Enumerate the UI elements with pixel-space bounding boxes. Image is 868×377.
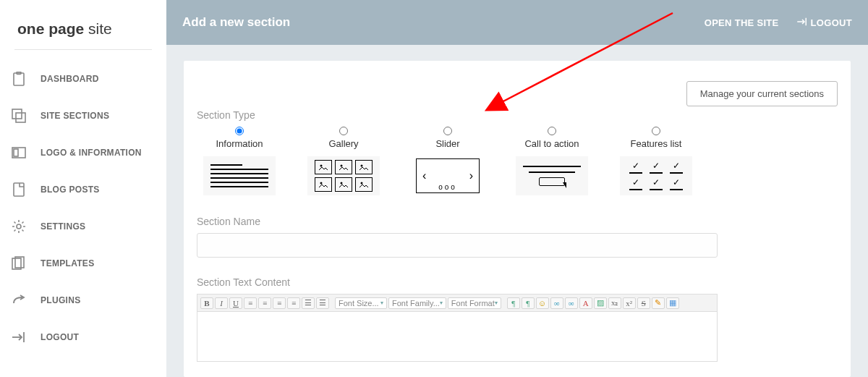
gear-icon: [10, 218, 27, 235]
type-visual-information: [203, 156, 276, 195]
svg-point-14: [341, 182, 343, 185]
align-center-button[interactable]: ≡: [258, 297, 271, 309]
nav-label: DASHBOARD: [41, 74, 99, 84]
nav-logout[interactable]: LOGOUT: [10, 318, 166, 355]
nav-blog[interactable]: BLOG POSTS: [10, 171, 166, 208]
list-ul-button[interactable]: ☰: [316, 297, 329, 309]
radio-features[interactable]: [652, 127, 660, 135]
align-left-button[interactable]: ≡: [244, 297, 257, 309]
font-format-select[interactable]: Font Format▾: [448, 297, 501, 309]
files-icon: [10, 255, 27, 272]
section-text-label: Section Text Content: [197, 274, 838, 294]
chevron-right-icon: ›: [469, 169, 473, 182]
type-option-slider[interactable]: Slider ‹› ooo: [405, 127, 490, 195]
nav-label: PLUGINS: [41, 295, 80, 305]
nav-label: BLOG POSTS: [41, 185, 100, 195]
svg-point-10: [320, 165, 323, 167]
nav-settings[interactable]: SETTINGS: [10, 208, 166, 245]
svg-point-13: [320, 182, 323, 185]
nav-label: LOGO & INFORMATION: [41, 148, 142, 158]
align-justify-button[interactable]: ≡: [287, 297, 300, 309]
brand-divider: [14, 49, 152, 50]
align-right-button[interactable]: ≡: [273, 297, 286, 309]
unlink-button[interactable]: ∞: [565, 297, 578, 309]
rectangle-icon: [10, 144, 27, 161]
section-name-input[interactable]: [197, 233, 718, 258]
svg-point-11: [341, 165, 343, 167]
nav-templates[interactable]: TEMPLATES: [10, 245, 166, 281]
sidebar: one page site DASHBOARD SITE SECTIONS LO…: [0, 0, 166, 377]
editor-textarea[interactable]: [197, 311, 718, 362]
chevron-left-icon: ‹: [422, 169, 426, 182]
type-label: Call to action: [509, 138, 595, 149]
nav-logo[interactable]: LOGO & INFORMATION: [10, 134, 166, 171]
type-visual-features: ✓ ✓ ✓ ✓ ✓ ✓: [620, 156, 692, 195]
brand-rest: site: [84, 20, 112, 37]
image-button[interactable]: ▨: [594, 297, 607, 309]
emoji-button[interactable]: ☺: [536, 297, 549, 309]
table-button[interactable]: ▦: [666, 297, 679, 309]
section-type-label: Section Type: [197, 106, 838, 127]
font-size-select[interactable]: Font Size...▾: [335, 297, 387, 309]
brand-title: one page site: [0, 0, 166, 49]
type-label: Information: [197, 138, 282, 149]
nav-site-sections[interactable]: SITE SECTIONS: [10, 97, 166, 134]
open-site-link[interactable]: OPEN THE SITE: [705, 17, 779, 28]
type-option-gallery[interactable]: Gallery: [301, 127, 386, 195]
radio-information[interactable]: [235, 127, 244, 135]
section-type-row: Information Gallery: [197, 127, 838, 195]
svg-rect-3: [16, 113, 25, 122]
sub-button[interactable]: x₂: [608, 297, 621, 309]
radio-slider[interactable]: [443, 127, 452, 135]
bold-button[interactable]: B: [200, 297, 213, 309]
type-label: Slider: [405, 138, 490, 149]
nav-label: SETTINGS: [41, 221, 85, 232]
radio-gallery[interactable]: [339, 127, 348, 135]
header-logout-label: LOGOUT: [811, 17, 852, 28]
sidebar-nav: DASHBOARD SITE SECTIONS LOGO & INFORMATI…: [0, 56, 166, 355]
brand-bold: one page: [17, 20, 84, 37]
nav-label: LOGOUT: [41, 332, 79, 342]
svg-point-7: [17, 224, 21, 229]
clipboard-icon: [10, 70, 27, 88]
indent-button[interactable]: ¶: [507, 297, 520, 309]
svg-rect-5: [14, 149, 18, 156]
type-visual-gallery: [307, 156, 380, 195]
nav-label: TEMPLATES: [41, 258, 94, 268]
svg-rect-2: [12, 109, 22, 119]
main-area: Manage your current sections Section Typ…: [166, 45, 868, 377]
document-icon: [10, 181, 27, 198]
color-button[interactable]: A: [579, 297, 592, 309]
form-card: Manage your current sections Section Typ…: [184, 61, 851, 377]
nav-plugins[interactable]: PLUGINS: [10, 281, 166, 318]
list-ol-button[interactable]: ☰: [302, 297, 315, 309]
type-option-information[interactable]: Information: [197, 127, 282, 195]
type-visual-cta: [516, 156, 588, 195]
header-bar: Add a new section OPEN THE SITE LOGOUT: [166, 0, 868, 45]
link-button[interactable]: ∞: [550, 297, 563, 309]
type-label: Features list: [613, 138, 699, 149]
slider-dots-icon: ooo: [438, 183, 457, 191]
nav-dashboard[interactable]: DASHBOARD: [10, 60, 166, 97]
svg-rect-6: [14, 183, 24, 196]
manage-sections-button[interactable]: Manage your current sections: [686, 81, 838, 106]
page-title: Add a new section: [182, 15, 290, 30]
logout-icon: [10, 329, 27, 346]
type-option-cta[interactable]: Call to action: [509, 127, 595, 195]
italic-button[interactable]: I: [215, 297, 228, 309]
clear-button[interactable]: ✎: [652, 297, 665, 309]
type-visual-slider: ‹› ooo: [412, 156, 484, 195]
type-label: Gallery: [301, 138, 386, 149]
outdent-button[interactable]: ¶: [522, 297, 535, 309]
share-icon: [10, 292, 27, 309]
underline-button[interactable]: U: [229, 297, 242, 309]
font-family-select[interactable]: Font Family...▾: [388, 297, 446, 309]
header-logout-link[interactable]: LOGOUT: [796, 17, 852, 28]
svg-point-12: [361, 165, 363, 167]
sup-button[interactable]: x²: [623, 297, 636, 309]
svg-rect-0: [14, 73, 24, 85]
logout-icon: [796, 17, 808, 28]
radio-cta[interactable]: [548, 127, 556, 135]
strike-button[interactable]: S: [637, 297, 650, 309]
type-option-features[interactable]: Features list ✓ ✓ ✓ ✓ ✓ ✓: [613, 127, 699, 195]
